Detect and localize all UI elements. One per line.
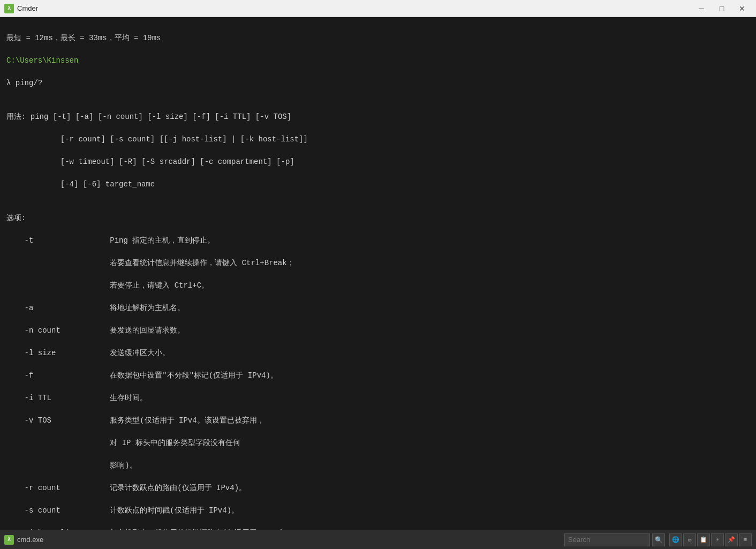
window-controls: ─ □ ✕: [692, 2, 752, 16]
minimize-button[interactable]: ─: [692, 2, 711, 16]
terminal-line-14: -a 将地址解析为主机名。: [6, 304, 185, 312]
status-app-icon: λ: [4, 535, 14, 545]
terminal-line-3: λ ping/?: [6, 79, 42, 87]
status-bar: λ cmd.exe 🔍 🌐 ✉ 📋 ⚡ 📌 ≡: [0, 530, 756, 549]
title-bar-left: λ Cmder: [4, 4, 38, 13]
terminal-prompt-1: C:\Users\Kinssen: [6, 56, 78, 65]
status-icon-pin[interactable]: 📌: [725, 533, 738, 546]
terminal-line-22: -r count 记录计数跃点的路由(仅适用于 IPv4)。: [6, 484, 246, 492]
status-exe-label: cmd.exe: [17, 536, 43, 544]
search-input[interactable]: [564, 533, 650, 546]
terminal-line-20: 对 IP 标头中的服务类型字段没有任何: [6, 439, 240, 447]
window-title: Cmder: [17, 4, 38, 12]
status-icon-clipboard[interactable]: 📋: [697, 533, 710, 546]
search-button[interactable]: 🔍: [652, 533, 665, 546]
close-button[interactable]: ✕: [732, 2, 752, 16]
terminal-line-5: 用法: ping [-t] [-a] [-n count] [-l size] …: [6, 112, 291, 121]
terminal-line-19: -v TOS 服务类型(仅适用于 IPv4。该设置已被弃用，: [6, 416, 264, 425]
status-icon-group: 🌐 ✉ 📋 ⚡ 📌 ≡: [669, 533, 752, 546]
terminal-line-6: [-r count] [-s count] [[-j host-list] | …: [6, 135, 308, 144]
terminal-line-11: -t Ping 指定的主机，直到停止。: [6, 236, 215, 245]
terminal-line-13: 若要停止，请键入 Ctrl+C。: [6, 281, 209, 290]
status-icon-bolt[interactable]: ⚡: [711, 533, 724, 546]
status-icon-menu[interactable]: ≡: [739, 533, 752, 546]
terminal-line-15: -n count 要发送的回显请求数。: [6, 326, 185, 335]
maximize-button[interactable]: □: [712, 2, 731, 16]
app-icon: λ: [4, 4, 14, 13]
terminal-line-21: 影响)。: [6, 461, 137, 470]
terminal-line-12: 若要查看统计信息并继续操作，请键入 Ctrl+Break；: [6, 259, 294, 267]
terminal-line-23: -s count 计数跃点的时间戳(仅适用于 IPv4)。: [6, 506, 239, 515]
search-icon: 🔍: [655, 536, 663, 544]
terminal-line-10: 选项:: [6, 214, 26, 222]
status-icon-globe[interactable]: 🌐: [669, 533, 682, 546]
terminal-line-16: -l size 发送缓冲区大小。: [6, 349, 170, 357]
terminal-output: 最短 = 12ms，最长 = 33ms，平均 = 19ms C:\Users\K…: [0, 17, 756, 530]
terminal-line-7: [-w timeout] [-R] [-S srcaddr] [-c compa…: [6, 157, 294, 166]
terminal-line-1: 最短 = 12ms，最长 = 33ms，平均 = 19ms: [6, 34, 161, 42]
terminal-line-17: -f 在数据包中设置"不分段"标记(仅适用于 IPv4)。: [6, 371, 278, 380]
terminal-line-8: [-4] [-6] target_name: [6, 180, 155, 189]
status-bar-right: 🔍 🌐 ✉ 📋 ⚡ 📌 ≡: [564, 533, 752, 546]
status-bar-left: λ cmd.exe: [4, 535, 43, 545]
status-icon-mail[interactable]: ✉: [683, 533, 696, 546]
title-bar: λ Cmder ─ □ ✕: [0, 0, 756, 17]
terminal-line-18: -i TTL 生存时间。: [6, 394, 147, 402]
